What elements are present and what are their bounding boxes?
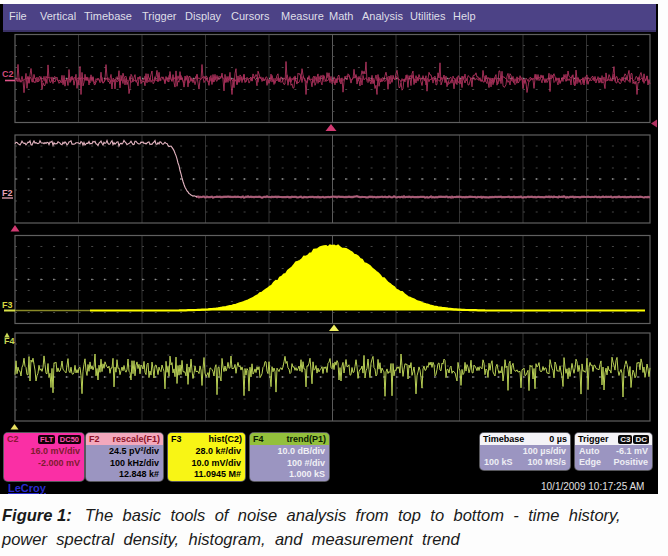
svg-text:F3: F3 — [2, 300, 13, 310]
svg-text:C2: C2 — [2, 69, 14, 79]
svg-text:F2: F2 — [2, 188, 13, 198]
